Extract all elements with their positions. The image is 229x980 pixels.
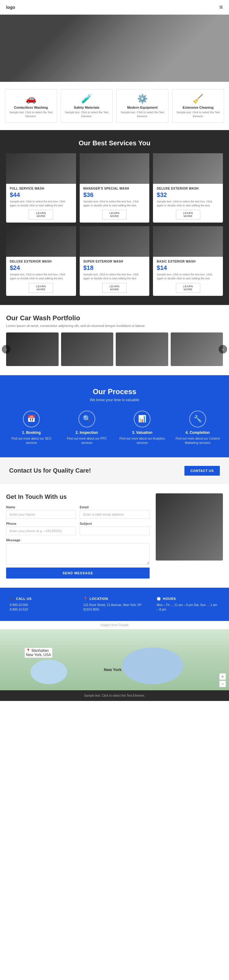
service-image-0 — [6, 153, 76, 184]
feature-card-0: 🚗 Contactless Washing Sample text. Click… — [5, 89, 57, 123]
info-box-text-0: 8 800-10-5008 800-10-520 — [10, 603, 72, 612]
contact-grid: Get In Touch With us Name Email Phone — [6, 493, 223, 579]
contact-title: Get In Touch With us — [6, 493, 149, 500]
service-price-3: $24 — [10, 264, 72, 271]
info-box-0: 📞 CALL US 8 800-10-5008 800-10-520 — [6, 593, 76, 616]
learn-more-button-5[interactable]: LEARN MORE — [176, 283, 200, 293]
feature-title-1: Safety Materials — [64, 106, 110, 109]
message-input[interactable] — [6, 543, 149, 565]
map-controls: + − — [219, 673, 226, 687]
service-body-0: FULL SERVICE WASH $44 Sample text. Click… — [6, 184, 76, 223]
phone-input[interactable] — [6, 527, 76, 535]
map-zoom-in-button[interactable]: + — [219, 673, 226, 680]
feature-desc-2: Sample text. Click to select the Text El… — [120, 111, 165, 118]
portfolio-desc: Lorem ipsum sit amet, consectetur adipis… — [6, 324, 223, 328]
menu-icon[interactable]: ≡ — [219, 4, 223, 11]
form-row-phone-subject: Phone Subject — [6, 522, 149, 535]
info-box-title-1: 📍 LOCATION — [83, 597, 146, 601]
contact-section: Get In Touch With us Name Email Phone — [0, 484, 229, 588]
feature-title-0: Contactless Washing — [8, 106, 54, 109]
service-card-4: SUPER EXTERIOR WASH $18 Sample text. Cli… — [80, 226, 149, 296]
process-step-desc-3: Find out more about our Content Marketin… — [173, 437, 223, 445]
contact-image — [156, 493, 223, 560]
service-card-1: MANAGER'S SPECIAL WASH $36 Sample text. … — [80, 153, 149, 223]
service-name-4: SUPER EXTERIOR WASH — [83, 260, 146, 263]
form-row-name-email: Name Email — [6, 505, 149, 519]
service-price-2: $32 — [157, 191, 219, 199]
process-icon-2: 📊 — [134, 410, 151, 427]
form-group-name: Name — [6, 505, 76, 519]
service-price-1: $36 — [83, 191, 146, 199]
name-input[interactable] — [6, 510, 76, 519]
learn-more-button-3[interactable]: LEARN MORE — [29, 283, 53, 293]
service-name-3: DELUXE EXTERIOR WASH — [10, 260, 72, 263]
process-step-title-3: 4. Completion — [173, 431, 223, 435]
process-step-desc-1: Find out more about our PPC services — [62, 437, 112, 445]
info-box-icon-2: 🕐 — [157, 597, 161, 601]
send-message-button[interactable]: SEND MESSAGE — [6, 568, 149, 579]
service-body-4: SUPER EXTERIOR WASH $18 Sample text. Cli… — [80, 257, 149, 296]
service-image-4 — [80, 226, 149, 257]
service-card-3: DELUXE EXTERIOR WASH $24 Sample text. Cl… — [6, 226, 76, 296]
learn-more-button-2[interactable]: LEARN MORE — [176, 210, 200, 220]
service-name-5: BASIC EXTERIOR WASH — [157, 260, 219, 263]
features-section: 🚗 Contactless Washing Sample text. Click… — [0, 82, 229, 130]
service-name-1: MANAGER'S SPECIAL WASH — [83, 187, 146, 190]
process-icon-1: 🔍 — [78, 410, 95, 427]
process-subtitle: We know your time is valuable — [6, 398, 223, 402]
process-step-title-2: 3. Valuation — [117, 431, 168, 435]
portfolio-image-3 — [116, 332, 168, 366]
service-card-5: BASIC EXTERIOR WASH $14 Sample text. Cli… — [153, 226, 223, 296]
service-name-2: DELUXE EXTERIOR WASH — [157, 187, 219, 190]
learn-more-button-1[interactable]: LEARN MORE — [102, 210, 127, 220]
subject-label: Subject — [80, 522, 149, 525]
process-step-2: 📊 3. Valuation Find out more about our A… — [117, 410, 168, 445]
learn-more-button-4[interactable]: LEARN MORE — [102, 283, 127, 293]
form-group-message: Message — [6, 538, 149, 565]
map-location-pin: 📍 ManhattanNew York, USA — [24, 648, 52, 658]
cta-section: Contact Us for Quality Care! CONTACT US — [0, 457, 229, 484]
service-body-5: BASIC EXTERIOR WASH $14 Sample text. Cli… — [153, 257, 223, 296]
subject-input[interactable] — [80, 527, 149, 535]
info-box-text-2: Mon – Fri … 11 am – 8 pm Sat, Sun … 1 am… — [157, 603, 219, 612]
process-steps: 📅 1. Booking Find out more about our SEO… — [6, 410, 223, 445]
hero-section — [0, 15, 229, 82]
info-grid: 📞 CALL US 8 800-10-5008 800-10-520 📍 LOC… — [6, 593, 223, 616]
email-input[interactable] — [80, 510, 149, 519]
form-group-email: Email — [80, 505, 149, 519]
service-desc-3: Sample text. Click to select the text bo… — [10, 273, 72, 280]
info-box-title-2: 🕐 HOURS — [157, 597, 219, 601]
carousel-next-button[interactable]: › — [219, 345, 227, 353]
message-label: Message — [6, 538, 149, 542]
name-label: Name — [6, 505, 76, 509]
carousel-prev-button[interactable]: ‹ — [2, 345, 10, 353]
feature-desc-0: Sample text. Click to select the Text El… — [8, 111, 54, 118]
contact-us-button[interactable]: CONTACT US — [184, 466, 220, 476]
map-zoom-out-button[interactable]: − — [219, 681, 226, 687]
feature-card-1: 🧪 Safety Materials Sample text. Click to… — [61, 89, 113, 123]
services-grid: FULL SERVICE WASH $44 Sample text. Click… — [6, 153, 223, 296]
portfolio-carousel: ‹ › — [6, 332, 223, 366]
services-title: Our Best Services You — [6, 139, 223, 147]
feature-icon-0: 🚗 — [8, 94, 54, 104]
learn-more-button-0[interactable]: LEARN MORE — [29, 210, 53, 220]
freepik-credit: Images from Freepik — [0, 621, 229, 629]
service-name-0: FULL SERVICE WASH — [10, 187, 72, 190]
feature-card-3: 🧹 Extensive Cleaning Sample text. Click … — [172, 89, 224, 123]
service-image-5 — [153, 226, 223, 257]
service-price-0: $44 — [10, 191, 72, 199]
features-grid: 🚗 Contactless Washing Sample text. Click… — [5, 89, 224, 123]
process-step-title-0: 1. Booking — [6, 431, 57, 435]
header: logo ≡ — [0, 0, 229, 15]
info-box-title-0: 📞 CALL US — [10, 597, 72, 601]
service-body-3: DELUXE EXTERIOR WASH $24 Sample text. Cl… — [6, 257, 76, 296]
process-section: Our Process We know your time is valuabl… — [0, 375, 229, 457]
phone-label: Phone — [6, 522, 76, 525]
map-city-label: New York — [104, 667, 121, 672]
hero-image — [0, 15, 229, 82]
feature-icon-1: 🧪 — [64, 94, 110, 104]
info-box-icon-1: 📍 — [83, 597, 88, 601]
services-section: Our Best Services You FULL SERVICE WASH … — [0, 130, 229, 305]
portfolio-images — [6, 332, 223, 366]
map-background: New York 📍 ManhattanNew York, USA + − — [0, 629, 229, 690]
